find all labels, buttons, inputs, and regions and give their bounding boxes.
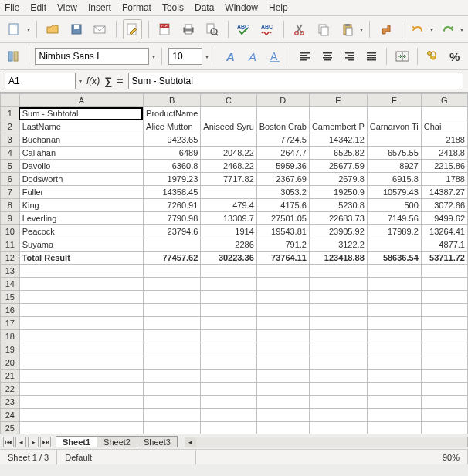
undo-button[interactable]	[409, 19, 428, 39]
menu-format[interactable]: Format	[122, 2, 151, 13]
align-left-button[interactable]	[297, 46, 314, 66]
cell-F2[interactable]: Carnarvon Ti	[367, 120, 421, 133]
cell-G1[interactable]	[421, 107, 467, 120]
cell-F3[interactable]	[367, 133, 421, 147]
cell-D18[interactable]	[256, 330, 309, 343]
cell-E24[interactable]	[309, 409, 367, 422]
copy-button[interactable]	[314, 19, 334, 39]
cell-C24[interactable]	[201, 409, 256, 422]
sheet-tab-sheet3[interactable]: Sheet3	[137, 436, 178, 447]
cell-B15[interactable]	[144, 291, 201, 304]
spreadsheet-grid[interactable]: ABCDEFG1Sum - SubtotalProductName2LastNa…	[0, 93, 468, 434]
dropdown-icon[interactable]: ▾	[360, 26, 363, 33]
cell-C23[interactable]	[201, 396, 256, 409]
cell-B25[interactable]	[144, 422, 201, 434]
cell-C10[interactable]: 1914	[201, 225, 256, 238]
row-header-4[interactable]: 4	[1, 147, 20, 160]
row-header-9[interactable]: 9	[1, 212, 20, 225]
cell-G17[interactable]	[421, 317, 467, 330]
cell-F17[interactable]	[367, 317, 421, 330]
menu-tools[interactable]: Tools	[162, 2, 184, 13]
cell-C19[interactable]	[201, 343, 256, 356]
cell-C25[interactable]	[201, 422, 256, 434]
tab-next-icon[interactable]: ▸	[28, 437, 39, 447]
cell-A18[interactable]	[19, 330, 143, 343]
cell-A10[interactable]: Peacock	[19, 225, 143, 238]
cell-F21[interactable]	[367, 370, 421, 383]
cell-E5[interactable]: 25677.59	[309, 160, 367, 173]
row-header-16[interactable]: 16	[1, 304, 20, 317]
cell-A20[interactable]	[19, 356, 143, 370]
print-button[interactable]	[178, 19, 198, 39]
row-header-24[interactable]: 24	[1, 409, 20, 422]
cell-C6[interactable]: 7717.82	[201, 173, 256, 186]
cell-F20[interactable]	[367, 356, 421, 370]
cell-D10[interactable]: 19543.81	[256, 225, 309, 238]
cell-E25[interactable]	[309, 422, 367, 434]
cell-A21[interactable]	[19, 370, 143, 383]
sum-icon[interactable]: ∑	[104, 75, 112, 87]
cell-F1[interactable]	[367, 107, 421, 120]
cell-F16[interactable]	[367, 304, 421, 317]
cell-G6[interactable]: 1788	[421, 173, 467, 186]
cell-A17[interactable]	[19, 317, 143, 330]
cell-A13[interactable]	[19, 265, 143, 278]
cell-G21[interactable]	[421, 370, 467, 383]
cell-F8[interactable]: 500	[367, 199, 421, 212]
italic-button[interactable]: A	[244, 46, 262, 66]
equals-icon[interactable]: =	[117, 75, 123, 87]
menu-help[interactable]: Help	[269, 2, 288, 13]
menu-edit[interactable]: Edit	[30, 2, 46, 13]
cell-D2[interactable]: Boston Crab	[256, 120, 309, 133]
cell-C12[interactable]: 30223.36	[201, 252, 256, 265]
cell-B11[interactable]	[144, 238, 201, 252]
function-wizard-icon[interactable]: f(x)	[86, 76, 100, 86]
cell-A19[interactable]	[19, 343, 143, 356]
cell-B5[interactable]: 6360.8	[144, 160, 201, 173]
col-header-D[interactable]: D	[256, 94, 309, 107]
cell-A3[interactable]: Buchanan	[19, 133, 143, 147]
cell-B24[interactable]	[144, 409, 201, 422]
cell-D8[interactable]: 4175.6	[256, 199, 309, 212]
menu-window[interactable]: Window	[225, 2, 258, 13]
col-header-C[interactable]: C	[201, 94, 256, 107]
cell-B13[interactable]	[144, 265, 201, 278]
cell-F5[interactable]: 8927	[367, 160, 421, 173]
select-all-corner[interactable]	[1, 94, 20, 107]
cell-A4[interactable]: Callahan	[19, 147, 143, 160]
tab-prev-icon[interactable]: ◂	[15, 437, 26, 447]
cell-B7[interactable]: 14358.45	[144, 186, 201, 199]
row-header-17[interactable]: 17	[1, 317, 20, 330]
cell-C22[interactable]	[201, 383, 256, 396]
cell-B1[interactable]: ProductName	[144, 107, 201, 120]
formula-input[interactable]	[128, 73, 464, 89]
cell-B21[interactable]	[144, 370, 201, 383]
dropdown-icon[interactable]: ▾	[27, 26, 30, 33]
cell-D3[interactable]: 7724.5	[256, 133, 309, 147]
cell-G8[interactable]: 3072.66	[421, 199, 467, 212]
dropdown-icon[interactable]: ▾	[205, 53, 209, 60]
mail-button[interactable]	[90, 19, 110, 39]
cell-B23[interactable]	[144, 396, 201, 409]
cell-E14[interactable]	[309, 278, 367, 291]
paste-button[interactable]	[337, 19, 357, 39]
cell-F25[interactable]	[367, 422, 421, 434]
row-header-13[interactable]: 13	[1, 265, 20, 278]
cell-D6[interactable]: 2367.69	[256, 173, 309, 186]
cell-A12[interactable]: Total Result	[19, 252, 143, 265]
cell-B6[interactable]: 1979.23	[144, 173, 201, 186]
cell-D19[interactable]	[256, 343, 309, 356]
cell-A23[interactable]	[19, 396, 143, 409]
cell-B18[interactable]	[144, 330, 201, 343]
cell-C8[interactable]: 479.4	[201, 199, 256, 212]
cell-D16[interactable]	[256, 304, 309, 317]
cell-G9[interactable]: 9499.62	[421, 212, 467, 225]
row-header-8[interactable]: 8	[1, 199, 20, 212]
cell-F18[interactable]	[367, 330, 421, 343]
cell-F4[interactable]: 6575.55	[367, 147, 421, 160]
cell-B20[interactable]	[144, 356, 201, 370]
format-paintbrush-button[interactable]	[376, 19, 395, 39]
align-center-button[interactable]	[319, 46, 337, 66]
edit-doc-button[interactable]	[123, 19, 142, 39]
cell-F24[interactable]	[367, 409, 421, 422]
